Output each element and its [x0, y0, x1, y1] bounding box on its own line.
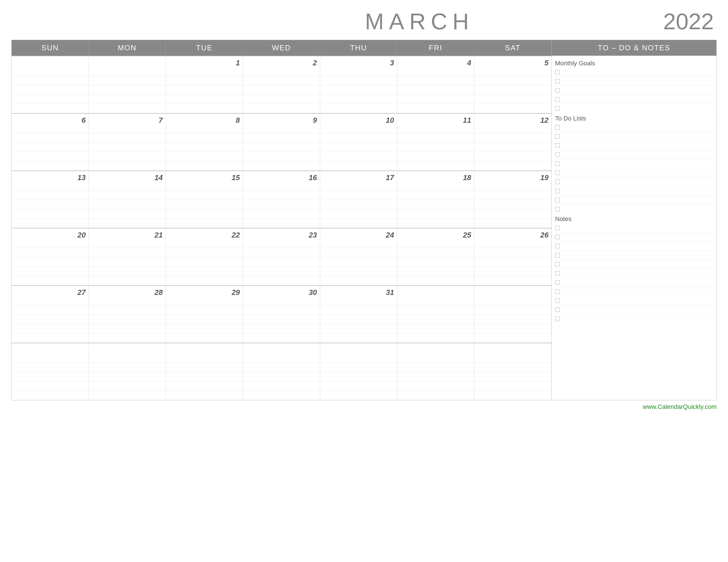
calendar-cell-14[interactable]: 14 [89, 171, 166, 228]
calendar-cell-11[interactable]: 11 [397, 114, 474, 171]
calendar-cell-1[interactable]: 1 [166, 56, 243, 113]
checkbox-row[interactable] [555, 177, 713, 186]
checkbox-icon[interactable] [555, 253, 560, 258]
calendar-cell-empty-5-5[interactable] [397, 343, 474, 400]
checkbox-icon[interactable] [555, 70, 560, 74]
checkbox-row[interactable] [555, 196, 713, 205]
calendar-cell-7[interactable]: 7 [89, 114, 166, 171]
calendar-cell-12[interactable]: 12 [474, 114, 551, 171]
checkbox-icon[interactable] [555, 207, 560, 212]
checkbox-row[interactable] [555, 233, 713, 242]
calendar-cell-16[interactable]: 16 [243, 171, 320, 228]
calendar-cell-3[interactable]: 3 [320, 56, 397, 113]
calendar-cell-19[interactable]: 19 [474, 171, 551, 228]
calendar-cell-15[interactable]: 15 [166, 171, 243, 228]
checkbox-row[interactable] [555, 168, 713, 177]
checkbox-row[interactable] [555, 278, 713, 287]
cell-line [166, 104, 243, 113]
checkbox-row[interactable] [555, 77, 713, 86]
checkbox-row[interactable] [555, 132, 713, 141]
checkbox-row[interactable] [555, 104, 713, 113]
calendar-cell-8[interactable]: 8 [166, 114, 243, 171]
checkbox-icon[interactable] [555, 198, 560, 202]
calendar-cell-17[interactable]: 17 [320, 171, 397, 228]
checkbox-icon[interactable] [555, 235, 560, 239]
checkbox-icon[interactable] [555, 125, 560, 130]
checkbox-icon[interactable] [555, 152, 560, 157]
checkbox-icon[interactable] [555, 97, 560, 102]
calendar-cell-25[interactable]: 25 [397, 229, 474, 285]
checkbox-icon[interactable] [555, 106, 560, 111]
checkbox-row[interactable] [555, 260, 713, 269]
calendar-cell-27[interactable]: 27 [12, 286, 89, 343]
cell-line [89, 381, 166, 391]
checkbox-row[interactable] [555, 251, 713, 260]
calendar-cell-10[interactable]: 10 [320, 114, 397, 171]
checkbox-icon[interactable] [555, 134, 560, 139]
checkbox-row[interactable] [555, 305, 713, 314]
checkbox-icon[interactable] [555, 298, 560, 303]
calendar-cell-4[interactable]: 4 [397, 56, 474, 113]
calendar-cell-empty-5-0[interactable] [12, 343, 89, 400]
calendar-cell-26[interactable]: 26 [474, 229, 551, 285]
checkbox-icon[interactable] [555, 271, 560, 276]
checkbox-row[interactable] [555, 205, 713, 214]
calendar-cell-29[interactable]: 29 [166, 286, 243, 343]
calendar-cell-2[interactable]: 2 [243, 56, 320, 113]
calendar-cell-22[interactable]: 22 [166, 229, 243, 285]
checkbox-row[interactable] [555, 186, 713, 196]
checkbox-icon[interactable] [555, 79, 560, 84]
cell-line [397, 333, 474, 343]
checkbox-icon[interactable] [555, 262, 560, 267]
checkbox-row[interactable] [555, 223, 713, 233]
checkbox-row[interactable] [555, 95, 713, 104]
calendar-cell-30[interactable]: 30 [243, 286, 320, 343]
checkbox-row[interactable] [555, 68, 713, 77]
checkbox-row[interactable] [555, 242, 713, 251]
calendar-cell-31[interactable]: 31 [320, 286, 397, 343]
calendar-cell-13[interactable]: 13 [12, 171, 89, 228]
checkbox-icon[interactable] [555, 161, 560, 166]
checkbox-icon[interactable] [555, 307, 560, 312]
calendar-cell-empty-4-5[interactable] [397, 286, 474, 343]
calendar-cell-9[interactable]: 9 [243, 114, 320, 171]
checkbox-row[interactable] [555, 141, 713, 150]
checkbox-row[interactable] [555, 287, 713, 296]
checkbox-icon[interactable] [555, 280, 560, 285]
calendar-cell-empty-4-6[interactable] [474, 286, 551, 343]
calendar-week-5 [12, 343, 551, 400]
calendar-cell-empty-0-1[interactable] [89, 56, 166, 113]
checkbox-icon[interactable] [555, 171, 560, 175]
calendar-cell-empty-5-2[interactable] [166, 343, 243, 400]
checkbox-row[interactable] [555, 150, 713, 159]
checkbox-row[interactable] [555, 86, 713, 95]
checkbox-row[interactable] [555, 123, 713, 132]
checkbox-icon[interactable] [555, 226, 560, 230]
calendar-cell-empty-5-6[interactable] [474, 343, 551, 400]
checkbox-icon[interactable] [555, 143, 560, 148]
checkbox-icon[interactable] [555, 180, 560, 184]
checkbox-row[interactable] [555, 296, 713, 305]
calendar-cell-empty-5-4[interactable] [320, 343, 397, 400]
checkbox-row[interactable] [555, 159, 713, 168]
checkbox-icon[interactable] [555, 189, 560, 193]
calendar-cell-18[interactable]: 18 [397, 171, 474, 228]
checkbox-icon[interactable] [555, 289, 560, 294]
calendar-cell-24[interactable]: 24 [320, 229, 397, 285]
calendar-cell-empty-0-0[interactable] [12, 56, 89, 113]
calendar-cell-6[interactable]: 6 [12, 114, 89, 171]
checkbox-icon[interactable] [555, 88, 560, 93]
calendar-cell-5[interactable]: 5 [474, 56, 551, 113]
checkbox-icon[interactable] [555, 316, 560, 321]
calendar-cell-20[interactable]: 20 [12, 229, 89, 285]
cell-line [397, 143, 474, 152]
checkbox-icon[interactable] [555, 244, 560, 248]
calendar-cell-21[interactable]: 21 [89, 229, 166, 285]
calendar-cell-empty-5-3[interactable] [243, 343, 320, 400]
cell-line [166, 191, 243, 200]
calendar-cell-empty-5-1[interactable] [89, 343, 166, 400]
checkbox-row[interactable] [555, 314, 713, 323]
calendar-cell-23[interactable]: 23 [243, 229, 320, 285]
calendar-cell-28[interactable]: 28 [89, 286, 166, 343]
checkbox-row[interactable] [555, 269, 713, 278]
